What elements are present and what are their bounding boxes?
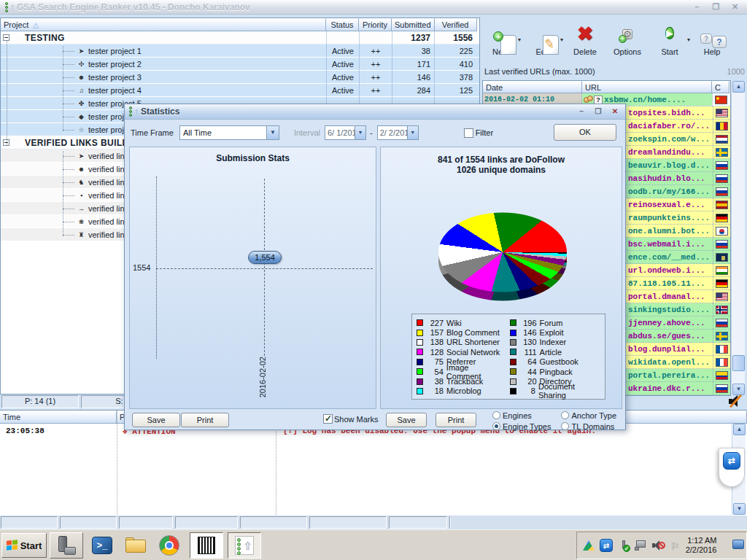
priority-cell [359, 31, 392, 44]
project-row[interactable]: TESTING 1237 1556 [1, 31, 479, 44]
column-header-submitted[interactable]: Submitted [392, 18, 435, 31]
legend-swatch [417, 349, 423, 355]
chevron-down-icon[interactable]: ▾ [518, 19, 525, 56]
chevron-down-icon[interactable]: ▾ [687, 19, 694, 56]
chevron-down-icon[interactable]: ▾ [560, 19, 568, 56]
usb-safely-remove-icon[interactable]: ✓ [618, 540, 630, 551]
legend-name: Social Network [446, 348, 500, 357]
toolbar-button[interactable]: ⚙+ Options [610, 19, 645, 56]
project-type-icon: ☻ [77, 166, 86, 173]
project-label: tester project 1 [88, 47, 142, 55]
column-header-time[interactable]: Time [0, 411, 117, 424]
scrollbar-thumb[interactable] [732, 355, 745, 371]
legend-item: 8 Document Sharing [510, 386, 600, 396]
toolbar-button[interactable]: ✖ Delete [568, 19, 603, 56]
radio-option[interactable]: Anchor Type [561, 410, 616, 421]
chevron-down-icon[interactable]: ▼ [266, 126, 279, 139]
tree-guide-line [7, 40, 7, 145]
flag-icon [716, 187, 728, 196]
show-desktop-icon[interactable] [732, 540, 744, 549]
dialog-titlebar[interactable]: ↑ Statistics – ❐ ✕ [125, 104, 625, 120]
ok-button[interactable]: OK [554, 124, 616, 141]
main-window-titlebar[interactable]: ↑ GSA Search Engine Ranker v10.45 - Donc… [0, 0, 747, 15]
radio-option[interactable]: Engine Types [492, 421, 551, 432]
teamviewer-quickconnect-popup[interactable]: ⇄ [719, 448, 745, 487]
project-row[interactable]: ♫ tester project 4 Active ++ 284 125 [1, 84, 479, 97]
taskbar-button-system-tools[interactable] [50, 532, 83, 559]
toolbar-button[interactable]: ?? Help [694, 19, 729, 56]
taskbar-button-powershell[interactable]: >_ [88, 532, 117, 559]
flag-icon [716, 292, 728, 301]
save-pie-button[interactable]: Save [386, 413, 427, 427]
toolbar-button[interactable]: ✎ Edit [525, 19, 560, 56]
tray-clock[interactable]: 1:12 AM 2/2/2016 [686, 536, 717, 555]
flag-icon [716, 319, 728, 327]
pie-slices[interactable] [438, 212, 567, 292]
radio-option[interactable]: Engines [492, 410, 551, 421]
start-button[interactable]: Start [1, 533, 47, 558]
google-drive-icon[interactable] [583, 540, 595, 551]
url-list-scrollbar[interactable]: ▲ ▼ [731, 81, 745, 395]
radio-icon[interactable] [561, 422, 569, 430]
engine-users-icon [584, 96, 593, 104]
minimize-icon[interactable]: – [691, 1, 703, 12]
volume-muted-icon[interactable] [652, 540, 665, 551]
flag-icon [716, 174, 728, 183]
column-header-project[interactable]: Project△ [1, 18, 326, 31]
print-chart-button[interactable]: Print [181, 413, 229, 427]
column-header-status[interactable]: Status [326, 18, 359, 31]
chevron-down-icon[interactable]: ▼ [355, 126, 365, 139]
radio-option[interactable]: TL Domains [561, 421, 616, 432]
column-header-country[interactable]: C [712, 81, 729, 93]
flag-icon [716, 148, 728, 157]
project-row[interactable]: ☻ tester project 3 Active ++ 146 378 [1, 71, 479, 84]
interval-from-date[interactable]: 6/ 1/2011 ▼ [325, 125, 366, 140]
save-chart-button[interactable]: Save [132, 413, 180, 427]
close-icon[interactable]: ✕ [729, 1, 741, 12]
taskbar-button-barcode-app[interactable] [190, 532, 223, 559]
project-row[interactable]: ✣ tester project 2 Active ++ 171 410 [1, 58, 479, 71]
data-point-marker[interactable]: 1,554 [248, 251, 282, 264]
scroll-up-icon[interactable]: ▲ [732, 81, 745, 93]
radio-icon[interactable] [561, 411, 569, 419]
taskbar-button-explorer[interactable] [121, 532, 150, 559]
sound-muted-icon[interactable] [728, 394, 744, 408]
project-row[interactable]: ➤ tester project 1 Active ++ 38 225 [1, 44, 479, 58]
maximize-icon[interactable]: ❐ [710, 1, 722, 12]
country-cell [713, 251, 730, 263]
flag-icon [716, 135, 728, 144]
action-center-flag-icon[interactable]: ⚐ [670, 540, 679, 551]
column-header-verified[interactable]: Verified [435, 18, 477, 31]
legend-item: 130 Indexer [510, 338, 600, 347]
maximize-icon[interactable]: ❐ [592, 106, 604, 117]
column-header-priority[interactable]: Priority [359, 18, 392, 31]
radio-icon[interactable] [492, 422, 500, 430]
minimize-icon[interactable]: – [576, 106, 587, 117]
taskbar-button-chrome[interactable] [155, 532, 184, 559]
close-icon[interactable]: ✕ [609, 106, 621, 117]
country-cell [713, 211, 730, 224]
country-cell [712, 93, 729, 106]
project-cell: ☻ tester project 3 [1, 71, 326, 84]
column-header-url[interactable]: URL [582, 81, 712, 93]
unknown-engine-icon: ? [594, 96, 603, 104]
print-pie-button[interactable]: Print [436, 413, 476, 427]
interval-to-date[interactable]: 2/ 2/2016 ▼ [377, 125, 419, 140]
network-icon[interactable] [635, 540, 647, 551]
taskbar-button-gsa-ser[interactable]: ⇧ [228, 532, 261, 559]
legend-item: 44 Pingback [510, 367, 600, 376]
toolbar-button[interactable]: ▶ Start [652, 19, 687, 56]
status-panel [240, 516, 307, 529]
teamviewer-icon[interactable]: ⇄ [600, 539, 613, 552]
filter-checkbox[interactable] [464, 128, 473, 138]
column-header-date[interactable]: Date [483, 81, 582, 93]
scroll-up-icon[interactable]: ▲ [733, 424, 746, 435]
flag-icon [715, 96, 727, 104]
scroll-down-icon[interactable]: ▼ [733, 503, 746, 515]
time-frame-select[interactable]: All Time ▼ [179, 125, 279, 140]
show-marks-checkbox[interactable] [323, 414, 333, 424]
toolbar-button[interactable]: + New [483, 19, 518, 56]
chevron-down-icon[interactable]: ▼ [407, 126, 418, 139]
legend-swatch [417, 378, 423, 385]
radio-icon[interactable] [492, 411, 500, 419]
